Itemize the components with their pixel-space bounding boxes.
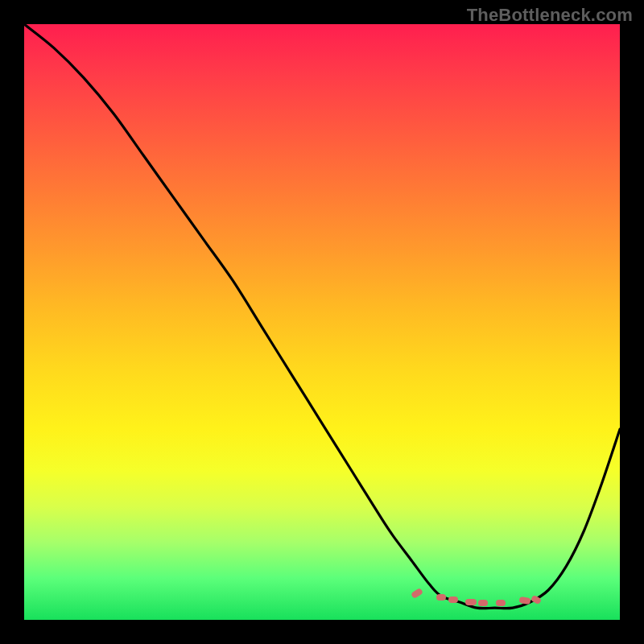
optimal-zone-marker [496,600,506,606]
chart-stage: TheBottleneck.com [0,0,644,644]
optimal-zone-marker [478,600,488,606]
optimal-zone-marker [448,597,458,603]
watermark-text: TheBottleneck.com [467,5,633,26]
plot-area [24,24,620,620]
optimal-zone-marker [465,599,477,605]
curve-layer [24,24,620,620]
optimal-zone-marker [436,594,446,601]
bottleneck-curve-line [24,24,620,609]
